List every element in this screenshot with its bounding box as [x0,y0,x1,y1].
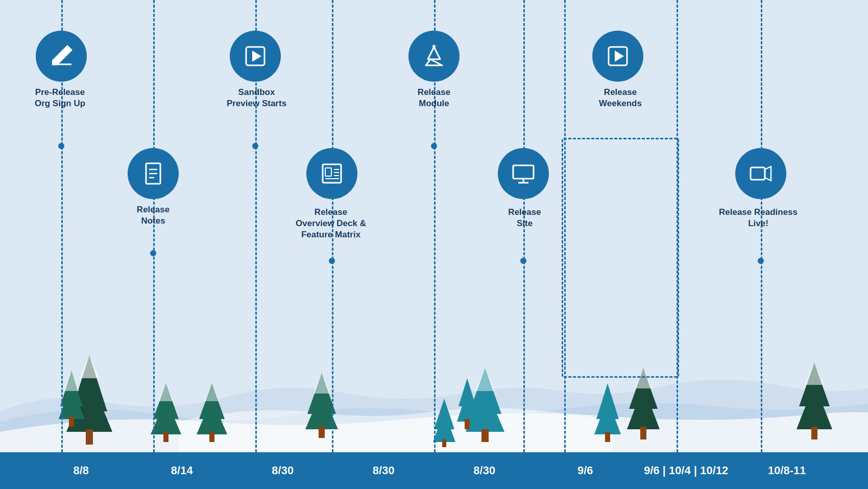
monitor-icon [510,160,537,187]
svg-rect-57 [513,165,534,179]
icon-release-notes [128,148,179,199]
svg-rect-35 [640,427,646,439]
date-weekends: 9/6 | 10/4 | 10/12 [636,464,737,477]
svg-rect-18 [319,427,325,438]
label-release-notes: ReleaseNotes [107,204,199,227]
dot-module [431,143,437,149]
label-site: ReleaseSite [480,207,569,229]
svg-rect-60 [751,167,765,180]
tree-group-right-center [454,365,516,452]
timeline-bar: 8/8 8/14 8/30 8/30 8/30 9/6 9/6 | 10/4 |… [0,452,868,489]
date-8-30-b: 8/30 [333,464,435,477]
svg-rect-32 [605,432,610,442]
svg-marker-26 [475,368,495,391]
date-8-30-c: 8/30 [434,464,535,477]
icon-site [498,148,549,199]
dot-pre-release [58,143,64,149]
tree-group-mid-left [143,381,189,452]
tree-group-mid [189,381,235,452]
svg-marker-11 [158,383,174,401]
label-module: ReleaseModule [388,87,480,109]
date-9-6: 9/6 [535,464,636,477]
play-icon-weekends [605,43,631,69]
dot-readiness [758,258,764,264]
icon-overview [306,148,357,199]
mountain-icon [421,43,447,69]
svg-marker-6 [79,355,100,378]
svg-rect-10 [163,432,168,442]
svg-marker-7 [64,371,79,391]
svg-marker-15 [204,383,220,401]
tree-group-far-right [618,365,669,452]
svg-rect-29 [465,419,470,429]
newspaper-icon [319,160,345,187]
video-icon [748,160,774,187]
play-icon-sandbox [242,43,269,69]
svg-rect-2 [86,429,93,445]
svg-rect-14 [209,432,214,442]
label-overview: ReleaseOverview Deck &Feature Matrix [280,207,382,240]
icon-sandbox [230,31,281,82]
svg-marker-46 [615,51,624,62]
date-8-14: 8/14 [132,464,233,477]
dashed-line-weekends-right [677,0,678,452]
label-readiness: Release ReadinessLive! [705,207,812,229]
dot-site [520,258,526,264]
svg-point-44 [432,45,436,48]
label-sandbox: SandboxPreview Starts [209,87,304,109]
svg-marker-19 [313,373,330,394]
document-icon [140,160,166,187]
dot-sandbox [252,143,258,149]
release-weekends-rect [562,138,679,378]
tree-group-left [56,350,123,452]
icon-module [408,31,460,82]
timeline-container: Pre-ReleaseOrg Sign Up SandboxPreview St… [0,0,868,489]
label-weekends: ReleaseWeekends [572,87,669,109]
date-10-8: 10/8-11 [737,464,838,477]
svg-marker-61 [765,166,771,181]
svg-marker-40 [805,363,824,385]
icon-readiness [735,148,786,199]
tree-group-rightmost [786,360,842,452]
svg-rect-22 [442,439,446,447]
svg-rect-5 [69,417,74,427]
date-8-8: 8/8 [31,464,132,477]
dot-release-notes [150,250,156,256]
svg-marker-43 [252,51,261,62]
label-pre-release: Pre-ReleaseOrg Sign Up [15,87,105,109]
icon-pre-release [36,31,87,82]
svg-rect-25 [481,429,489,442]
dot-overview [329,258,335,264]
tree-group-center [296,371,347,452]
pencil-icon [48,43,75,69]
icon-weekends [592,31,643,82]
svg-rect-52 [325,168,331,176]
date-8-30-a: 8/30 [232,464,333,477]
svg-rect-39 [811,427,817,439]
